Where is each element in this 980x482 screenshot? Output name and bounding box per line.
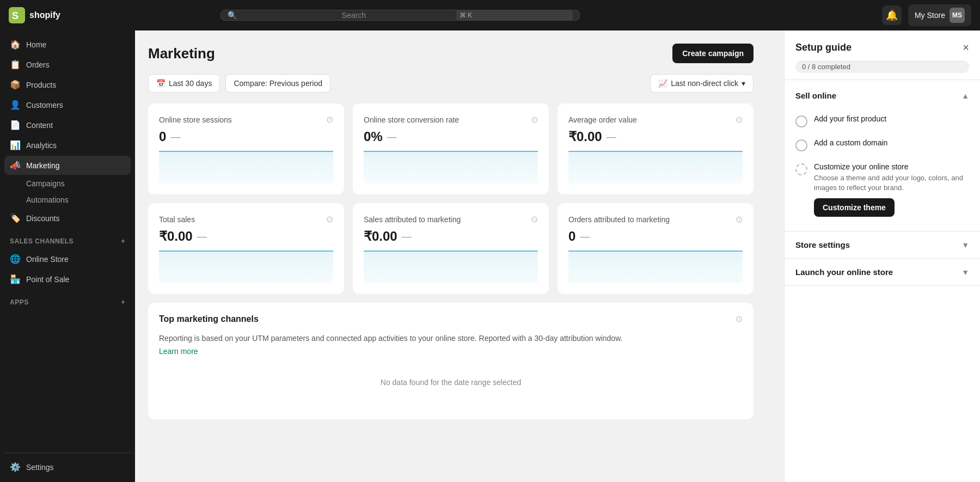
chevron-down-icon-settings: ▼ bbox=[961, 241, 969, 249]
discounts-icon: 🏷️ bbox=[10, 213, 21, 223]
sidebar-item-orders-label: Orders bbox=[26, 60, 50, 69]
metric-chart-orders-attributed bbox=[568, 251, 743, 283]
metric-dash-orders-attributed: — bbox=[580, 231, 590, 242]
online-store-icon: 🌐 bbox=[10, 254, 21, 264]
sidebar-item-customers-label: Customers bbox=[26, 101, 63, 109]
metric-label-conversion: Online store conversion rate bbox=[364, 115, 459, 124]
sales-channels-section: Sales channels + bbox=[4, 233, 131, 249]
setup-section-launch-header[interactable]: Launch your online store ▼ bbox=[785, 259, 980, 285]
metric-card-orders-attributed: Orders attributed to marketing ⊙ 0 — bbox=[558, 203, 754, 294]
search-icon: 🔍 bbox=[228, 11, 338, 20]
metric-info-icon-total-sales[interactable]: ⊙ bbox=[326, 214, 333, 224]
filter-bar: 📅 Last 30 days Compare: Previous period … bbox=[148, 74, 754, 93]
chart-icon: 📈 bbox=[658, 79, 667, 88]
store-button[interactable]: My Store MS bbox=[908, 4, 971, 26]
top-nav-right: 🔔 My Store MS bbox=[882, 4, 971, 26]
metric-info-icon-sessions[interactable]: ⊙ bbox=[326, 114, 333, 125]
sidebar-item-discounts-label: Discounts bbox=[26, 214, 59, 223]
sidebar-item-settings-label: Settings bbox=[26, 463, 54, 472]
metric-label-total-sales: Total sales bbox=[159, 215, 195, 224]
metric-value-row: ₹0.00 — bbox=[568, 129, 743, 144]
content-icon: 📄 bbox=[10, 120, 21, 130]
metric-label-orders-attributed: Orders attributed to marketing bbox=[568, 215, 670, 224]
shopify-logo[interactable]: S shopify bbox=[9, 7, 60, 23]
customize-theme-button[interactable]: Customize theme bbox=[814, 198, 895, 217]
setup-section-store-settings-header[interactable]: Store settings ▼ bbox=[785, 231, 980, 258]
metric-chart-avg-order bbox=[568, 151, 743, 184]
chart-area-avg-order bbox=[568, 151, 743, 184]
analytics-icon: 📊 bbox=[10, 140, 21, 150]
chevron-down-icon: ▾ bbox=[742, 79, 745, 88]
sidebar-item-orders[interactable]: 📋 Orders bbox=[4, 55, 131, 74]
metric-info-icon-sales-attributed[interactable]: ⊙ bbox=[531, 214, 538, 224]
sidebar-footer: ⚙️ Settings bbox=[4, 453, 131, 478]
reporting-text: Reporting is based on your UTM parameter… bbox=[159, 333, 743, 344]
sidebar-item-content-label: Content bbox=[26, 121, 53, 130]
search-shortcut: ⌘ K bbox=[456, 10, 573, 20]
metric-card-header: Average order value ⊙ bbox=[568, 114, 743, 125]
setup-item-label-3: Customize your online store bbox=[814, 162, 969, 171]
chart-area-orders-attributed bbox=[568, 251, 743, 283]
search-placeholder: Search bbox=[342, 11, 452, 20]
metric-value-row: 0 — bbox=[568, 229, 743, 244]
attribution-filter[interactable]: 📈 Last non-direct click ▾ bbox=[650, 74, 754, 93]
settings-icon: ⚙️ bbox=[10, 462, 21, 472]
top-navigation: S shopify 🔍 Search ⌘ K 🔔 My Store MS bbox=[0, 0, 980, 30]
date-range-filter[interactable]: 📅 Last 30 days bbox=[148, 74, 220, 93]
sidebar-item-discounts[interactable]: 🏷️ Discounts bbox=[4, 209, 131, 228]
sidebar-item-automations[interactable]: Automations bbox=[4, 192, 131, 208]
sidebar-item-analytics[interactable]: 📊 Analytics bbox=[4, 136, 131, 155]
setup-section-store-settings: Store settings ▼ bbox=[785, 231, 980, 259]
learn-more-link[interactable]: Learn more bbox=[159, 347, 198, 356]
bell-icon: 🔔 bbox=[886, 9, 898, 21]
setup-section-launch-title: Launch your online store bbox=[795, 267, 893, 277]
sidebar-item-marketing[interactable]: 📣 Marketing bbox=[4, 156, 131, 175]
compare-filter[interactable]: Compare: Previous period bbox=[225, 74, 330, 93]
page-title: Marketing bbox=[148, 45, 215, 62]
setup-guide-panel: Setup guide × 0 / 8 completed Sell onlin… bbox=[784, 30, 980, 482]
sidebar-item-customers[interactable]: 👤 Customers bbox=[4, 95, 131, 114]
sidebar-item-content[interactable]: 📄 Content bbox=[4, 115, 131, 135]
sidebar-item-online-store[interactable]: 🌐 Online Store bbox=[4, 249, 131, 269]
avatar: MS bbox=[950, 8, 965, 23]
sidebar-item-home[interactable]: 🏠 Home bbox=[4, 35, 131, 54]
orders-icon: 📋 bbox=[10, 59, 21, 70]
metric-chart-total-sales bbox=[159, 251, 333, 283]
metric-info-icon-conversion[interactable]: ⊙ bbox=[531, 114, 538, 125]
sidebar-item-campaigns[interactable]: Campaigns bbox=[4, 176, 131, 191]
setup-section-store-settings-title: Store settings bbox=[795, 240, 850, 249]
metric-dash-total-sales: — bbox=[197, 231, 207, 242]
metric-value-total-sales: ₹0.00 bbox=[159, 229, 193, 244]
metric-dash-sales-attributed: — bbox=[402, 231, 412, 242]
top-marketing-channels-title: Top marketing channels bbox=[159, 314, 259, 324]
sidebar-item-online-store-label: Online Store bbox=[26, 255, 69, 264]
sidebar-item-settings[interactable]: ⚙️ Settings bbox=[4, 457, 131, 477]
metric-info-icon-orders-attributed[interactable]: ⊙ bbox=[736, 214, 743, 224]
create-campaign-button[interactable]: Create campaign bbox=[672, 44, 754, 63]
metric-value-row: 0 — bbox=[159, 129, 333, 144]
setup-item-content-2: Add a custom domain bbox=[814, 138, 887, 147]
metric-card-total-sales: Total sales ⊙ ₹0.00 — bbox=[148, 203, 344, 294]
campaigns-label: Campaigns bbox=[26, 179, 65, 188]
apps-add-icon[interactable]: + bbox=[121, 298, 125, 306]
products-icon: 📦 bbox=[10, 80, 21, 90]
metric-value-conversion: 0% bbox=[364, 129, 383, 144]
sales-channels-add-icon[interactable]: + bbox=[121, 237, 125, 245]
sidebar-item-analytics-label: Analytics bbox=[26, 141, 57, 150]
setup-guide-close-button[interactable]: × bbox=[963, 41, 969, 54]
setup-section-sell-online-title: Sell online bbox=[795, 91, 836, 100]
apps-section: Apps + bbox=[4, 294, 131, 310]
sidebar-item-point-of-sale[interactable]: 🏪 Point of Sale bbox=[4, 270, 131, 289]
chevron-down-icon-launch: ▼ bbox=[961, 268, 969, 277]
attribution-label: Last non-direct click bbox=[671, 79, 738, 88]
metric-card-header: Orders attributed to marketing ⊙ bbox=[568, 214, 743, 224]
metric-chart-conversion bbox=[364, 151, 538, 184]
setup-section-sell-online-header[interactable]: Sell online ▲ bbox=[785, 82, 980, 109]
setup-item-content-3: Customize your online store Choose a the… bbox=[814, 162, 969, 217]
sidebar-item-products[interactable]: 📦 Products bbox=[4, 75, 131, 94]
metric-info-icon-avg-order[interactable]: ⊙ bbox=[736, 114, 743, 125]
notification-button[interactable]: 🔔 bbox=[882, 5, 902, 25]
search-bar[interactable]: 🔍 Search ⌘ K bbox=[220, 10, 580, 21]
top-marketing-channels-icon[interactable]: ⊙ bbox=[736, 314, 743, 324]
chart-area-sessions bbox=[159, 151, 333, 184]
